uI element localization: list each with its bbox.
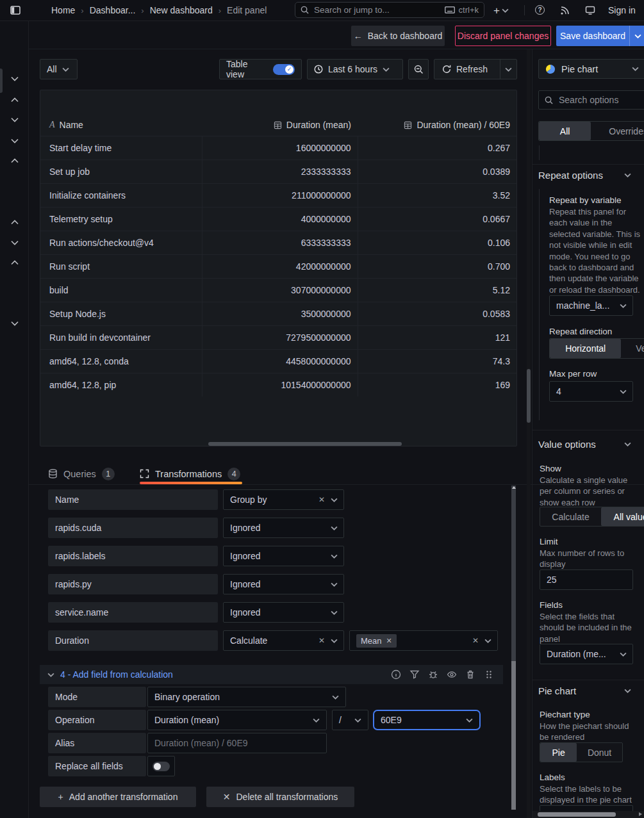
global-search-field[interactable] — [313, 4, 441, 15]
help-icon[interactable]: ? — [535, 5, 545, 15]
new-menu-button[interactable]: + — [493, 0, 509, 20]
trash-icon[interactable] — [465, 669, 475, 680]
column-header[interactable]: Duration (mean) / 60E9 — [358, 114, 516, 136]
zoom-out-time-button[interactable] — [408, 59, 429, 79]
table-cell: Telemetry setup — [40, 208, 202, 231]
options-search-box[interactable] — [538, 90, 644, 110]
field-operation-select[interactable]: Calculate✕ — [223, 630, 344, 651]
repeat-options-header[interactable]: Repeat options — [538, 170, 631, 181]
refresh-interval-dropdown[interactable] — [500, 67, 516, 72]
pie-chart-options-header[interactable]: Pie chart — [538, 685, 631, 696]
column-header[interactable]: AName — [40, 114, 202, 136]
repeat-variable-select[interactable]: machine_la... — [549, 295, 633, 316]
table-view-toggle[interactable]: ✓ — [273, 64, 295, 75]
operand-select[interactable]: 60E9 — [373, 710, 481, 730]
time-range-picker[interactable]: Last 6 hours — [307, 59, 403, 79]
fields-select[interactable]: Duration (me... — [540, 644, 633, 664]
field-operation-select[interactable]: Ignored — [223, 602, 344, 623]
show-calculate[interactable]: Calculate — [540, 507, 601, 526]
divider — [29, 49, 644, 49]
discard-panel-changes-button[interactable]: Discard panel changes — [455, 26, 551, 46]
scope-filter-dropdown[interactable]: All — [40, 59, 78, 79]
table-row: Set up job23333333330.0389 — [40, 160, 516, 184]
replace-all-fields-toggle[interactable] — [147, 756, 175, 776]
rail-scroll-thumb[interactable] — [0, 69, 3, 93]
table-row: build3070000000005.12 — [40, 279, 516, 302]
monitor-icon[interactable] — [585, 5, 595, 15]
show-radio: Calculate All values — [540, 507, 644, 527]
table-cell: Setup Node.js — [40, 302, 202, 326]
search-input[interactable]: ctrl+k — [295, 2, 484, 18]
aggregation-tag[interactable]: Mean✕ — [356, 634, 397, 648]
labels-label: Labels — [540, 773, 565, 782]
eye-icon[interactable] — [447, 669, 457, 680]
nav-chevron-up-icon[interactable] — [11, 260, 19, 265]
nav-chevron-down-icon[interactable] — [11, 76, 19, 81]
breadcrumb-item[interactable]: Home — [51, 5, 75, 15]
options-search-field[interactable] — [557, 94, 644, 106]
news-rss-icon[interactable] — [560, 5, 570, 15]
nav-chevron-up-icon[interactable] — [11, 97, 19, 102]
breadcrumb-item[interactable]: New dashboard — [150, 5, 213, 15]
field-operation-select[interactable]: Ignored — [223, 518, 344, 538]
field-operation-select[interactable]: Ignored — [223, 574, 344, 594]
transformations-scroll-thumb[interactable] — [511, 661, 516, 810]
tab-overrides[interactable]: Overrides — [591, 122, 644, 140]
table-horizontal-scroll-thumb[interactable] — [208, 442, 402, 446]
operator-select[interactable]: / — [332, 710, 368, 730]
clear-icon[interactable]: ✕ — [318, 496, 325, 503]
save-dashboard-button[interactable]: Save dashboard — [556, 26, 644, 46]
breadcrumb-item[interactable]: Dashboar... — [90, 5, 136, 15]
mode-select[interactable]: Binary operation — [147, 687, 346, 707]
field-operation-select[interactable]: Group by✕ — [223, 489, 344, 510]
type-donut[interactable]: Donut — [577, 743, 622, 762]
save-options-toggle[interactable] — [630, 34, 644, 38]
tab-queries[interactable]: Queries 1 — [48, 463, 115, 484]
field-operation-select[interactable]: Ignored — [223, 546, 344, 566]
nav-chevron-up-icon[interactable] — [11, 220, 19, 225]
column-header[interactable]: Duration (mean) — [202, 114, 358, 136]
nav-chevron-down-icon[interactable] — [11, 240, 19, 245]
back-button-label: Back to dashboard — [368, 31, 443, 41]
direction-vertical[interactable]: Vertical — [621, 339, 644, 358]
transformation-section-header[interactable]: 4 - Add field from calculation — [40, 665, 503, 684]
remove-tag-icon[interactable]: ✕ — [386, 637, 392, 645]
drag-handle-icon[interactable] — [484, 669, 494, 680]
nav-chevron-down-icon[interactable] — [11, 117, 19, 122]
type-pie[interactable]: Pie — [540, 743, 577, 762]
dock-menu-icon[interactable] — [10, 5, 21, 15]
operation-left-select[interactable]: Duration (mean) — [147, 710, 327, 730]
direction-horizontal[interactable]: Horizontal — [550, 339, 621, 358]
value-options-header[interactable]: Value options — [538, 439, 631, 450]
table-cell: 121 — [358, 326, 516, 350]
nav-chevron-up-icon[interactable] — [11, 158, 19, 163]
add-another-transformation-button[interactable]: + Add another transformation — [40, 787, 196, 807]
nav-chevron-down-icon[interactable] — [11, 138, 19, 143]
aggregation-select[interactable]: Mean✕✕ — [349, 630, 498, 651]
clear-icon[interactable]: ✕ — [318, 637, 325, 644]
editor-scroll-track[interactable] — [527, 49, 531, 818]
show-all-values[interactable]: All values — [601, 507, 644, 526]
tab-all-options[interactable]: All — [539, 122, 591, 140]
bug-icon[interactable] — [428, 669, 438, 680]
max-per-row-select[interactable]: 4 — [549, 381, 633, 402]
back-to-dashboard-button[interactable]: ← Back to dashboard — [351, 26, 445, 46]
scroll-right-arrow[interactable] — [639, 812, 642, 816]
filter-icon[interactable] — [409, 669, 420, 680]
alias-input[interactable] — [147, 733, 327, 753]
nav-chevron-down-icon[interactable] — [11, 321, 19, 326]
breadcrumb-item[interactable]: Edit panel — [227, 5, 267, 15]
info-icon[interactable] — [391, 669, 401, 680]
scroll-up-arrow[interactable] — [512, 486, 516, 489]
plus-icon: + — [493, 5, 500, 16]
sidebar-hscroll-thumb[interactable] — [538, 812, 616, 817]
table-cell: 0.700 — [358, 255, 516, 279]
sign-in-link[interactable]: Sign in — [608, 0, 636, 20]
limit-input[interactable] — [540, 569, 633, 590]
clear-icon[interactable]: ✕ — [472, 637, 479, 644]
visualization-picker[interactable]: Pie chart — [538, 59, 644, 79]
editor-scroll-thumb[interactable] — [527, 369, 531, 423]
refresh-button[interactable]: Refresh — [434, 64, 500, 74]
delete-all-transformations-button[interactable]: ✕ Delete all transformations — [206, 787, 354, 807]
table-cell: 4000000000 — [202, 208, 358, 231]
